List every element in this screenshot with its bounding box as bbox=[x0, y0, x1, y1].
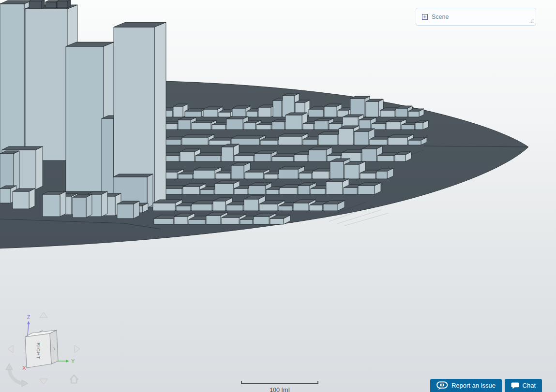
building-face[interactable] bbox=[234, 156, 254, 161]
building-face[interactable] bbox=[29, 1, 42, 9]
building-face[interactable] bbox=[194, 170, 215, 179]
building-face[interactable] bbox=[215, 184, 233, 194]
building-face[interactable] bbox=[366, 102, 378, 117]
building-face[interactable] bbox=[279, 206, 292, 211]
building-face[interactable] bbox=[376, 171, 387, 179]
building-face[interactable] bbox=[370, 139, 387, 145]
building-face[interactable] bbox=[231, 135, 265, 138]
building-face[interactable] bbox=[324, 106, 337, 117]
building-face[interactable] bbox=[102, 118, 113, 203]
building-face[interactable] bbox=[200, 189, 214, 194]
building-face[interactable] bbox=[311, 189, 325, 194]
building-face[interactable] bbox=[255, 154, 271, 161]
building-face[interactable] bbox=[244, 199, 258, 211]
building-face[interactable] bbox=[396, 108, 407, 117]
building-face[interactable] bbox=[60, 191, 66, 217]
building-face[interactable] bbox=[402, 125, 414, 130]
building-face[interactable] bbox=[192, 123, 211, 130]
building-face[interactable] bbox=[330, 161, 344, 179]
building-face[interactable] bbox=[29, 0, 45, 1]
building-face[interactable] bbox=[73, 197, 86, 218]
building-face[interactable] bbox=[57, 1, 68, 8]
building-face[interactable] bbox=[173, 106, 183, 117]
building-face[interactable] bbox=[245, 172, 263, 179]
building-face[interactable] bbox=[260, 140, 278, 145]
rotate-right-arrow[interactable] bbox=[75, 345, 80, 353]
building-face[interactable] bbox=[189, 219, 205, 224]
building-face[interactable] bbox=[185, 111, 201, 117]
building-face[interactable] bbox=[0, 4, 24, 160]
building-face[interactable] bbox=[232, 108, 246, 117]
building-face[interactable] bbox=[165, 139, 181, 145]
building-face[interactable] bbox=[153, 203, 175, 211]
building-face[interactable] bbox=[279, 136, 302, 145]
building-face[interactable] bbox=[256, 125, 271, 130]
building-face[interactable] bbox=[273, 101, 282, 117]
building-face[interactable] bbox=[182, 134, 214, 137]
building-face[interactable] bbox=[270, 218, 284, 224]
building-face[interactable] bbox=[264, 174, 278, 179]
building-face[interactable] bbox=[318, 134, 338, 145]
navigation-cube[interactable]: RIGHT Z Y X bbox=[4, 308, 84, 388]
building-face[interactable] bbox=[279, 169, 298, 179]
building-face[interactable] bbox=[415, 123, 423, 130]
building-face[interactable] bbox=[258, 107, 271, 117]
building-face[interactable] bbox=[66, 46, 104, 191]
building-face[interactable] bbox=[254, 217, 269, 224]
building-face[interactable] bbox=[293, 203, 309, 211]
building-face[interactable] bbox=[244, 123, 255, 130]
building-face[interactable] bbox=[203, 109, 218, 117]
building-face[interactable] bbox=[362, 149, 376, 161]
building-face[interactable] bbox=[213, 201, 225, 211]
building-face[interactable] bbox=[286, 115, 302, 130]
building-face[interactable] bbox=[303, 139, 317, 145]
building-face[interactable] bbox=[386, 122, 401, 130]
building-face[interactable] bbox=[345, 164, 359, 179]
building-face[interactable] bbox=[303, 124, 314, 130]
building-face[interactable] bbox=[68, 0, 71, 8]
building-face[interactable] bbox=[154, 218, 173, 224]
building-face[interactable] bbox=[113, 174, 153, 177]
building-face[interactable] bbox=[13, 191, 29, 209]
building-face[interactable] bbox=[192, 204, 212, 211]
building-face[interactable] bbox=[212, 125, 225, 130]
building-face[interactable] bbox=[147, 174, 153, 208]
building-face[interactable] bbox=[178, 120, 191, 130]
building-face[interactable] bbox=[359, 120, 371, 130]
building-face[interactable] bbox=[272, 122, 285, 130]
building-face[interactable] bbox=[298, 186, 310, 194]
building-face[interactable] bbox=[408, 111, 419, 117]
chat-button[interactable]: Chat bbox=[505, 379, 542, 392]
building-face[interactable] bbox=[408, 140, 421, 145]
building-face[interactable] bbox=[247, 111, 257, 117]
home-view-button[interactable] bbox=[70, 375, 78, 383]
building-face[interactable] bbox=[86, 194, 92, 218]
building-face[interactable] bbox=[350, 99, 365, 117]
building-face[interactable] bbox=[231, 165, 244, 179]
building-face[interactable] bbox=[42, 0, 45, 9]
building-face[interactable] bbox=[117, 204, 134, 218]
building-face[interactable] bbox=[226, 119, 243, 130]
building-face[interactable] bbox=[222, 147, 233, 161]
rotate-down-arrow[interactable] bbox=[40, 379, 47, 384]
building-face[interactable] bbox=[182, 137, 208, 145]
view-cube[interactable]: RIGHT bbox=[25, 330, 58, 368]
building-face[interactable] bbox=[219, 112, 230, 117]
building-face[interactable] bbox=[45, 2, 56, 8]
building-face[interactable] bbox=[178, 174, 193, 179]
building-face[interactable] bbox=[180, 152, 195, 161]
building-face[interactable] bbox=[388, 137, 407, 145]
building-face[interactable] bbox=[377, 156, 394, 161]
building-face[interactable] bbox=[323, 204, 338, 211]
building-face[interactable] bbox=[339, 129, 353, 145]
building-face[interactable] bbox=[154, 22, 166, 207]
rotate-left-arrow[interactable] bbox=[8, 345, 13, 353]
building-face[interactable] bbox=[315, 121, 328, 130]
building-face[interactable] bbox=[266, 189, 279, 194]
building-face[interactable] bbox=[240, 219, 253, 224]
building-face[interactable] bbox=[25, 9, 68, 160]
building-face[interactable] bbox=[272, 157, 293, 161]
building-face[interactable] bbox=[380, 110, 395, 117]
building-face[interactable] bbox=[29, 189, 35, 209]
scene-tree-panel[interactable]: Scene bbox=[416, 8, 536, 26]
